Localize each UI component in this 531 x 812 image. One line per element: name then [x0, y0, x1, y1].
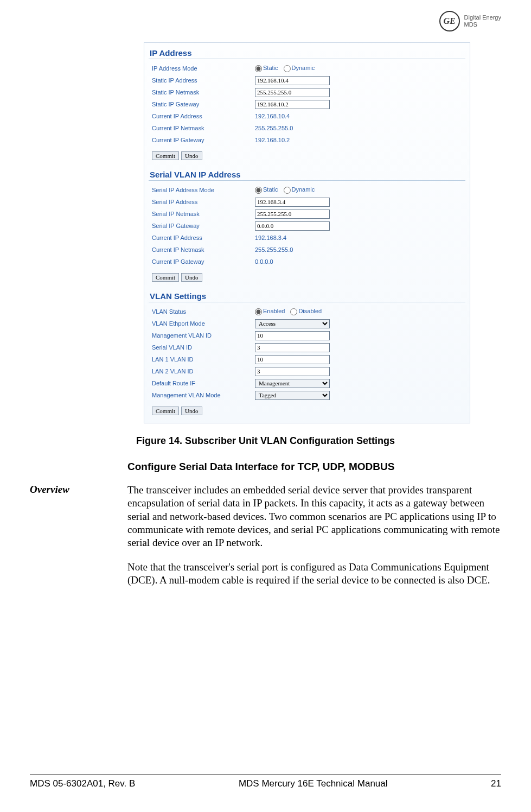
static-value: 0.0.0.0 — [255, 258, 273, 265]
config-row: Serial IP Gateway — [149, 220, 465, 232]
ge-logo-icon: GE — [439, 11, 460, 31]
brand-line2: MDS — [464, 21, 501, 28]
field-label: Serial IP Gateway — [152, 223, 255, 229]
footer-center: MDS Mercury 16E Technical Manual — [239, 778, 388, 789]
config-row: Serial IP Netmask — [149, 208, 465, 220]
config-row: Current IP Netmask255.255.255.0 — [149, 122, 465, 134]
static-value: 255.255.255.0 — [255, 125, 293, 131]
panel-title: Serial VLAN IP Address — [149, 168, 465, 180]
field-label: IP Address Mode — [152, 65, 255, 72]
paragraph-2: Note that the transceiver's serial port … — [127, 561, 501, 587]
radio-disabled[interactable] — [290, 308, 297, 315]
text-input[interactable] — [255, 198, 330, 207]
config-row: Current IP Address192.168.10.4 — [149, 110, 465, 122]
config-row: VLAN StatusEnabledDisabled — [149, 306, 465, 318]
config-row: Current IP Address192.168.3.4 — [149, 232, 465, 244]
field-label: Serial IP Netmask — [152, 211, 255, 217]
field-label: Current IP Netmask — [152, 246, 255, 253]
radio-label: Static — [263, 186, 278, 193]
static-value: 192.168.10.4 — [255, 113, 290, 119]
field-label: Management VLAN ID — [152, 332, 255, 339]
field-label: Current IP Address — [152, 113, 255, 119]
select-input[interactable]: Tagged — [255, 391, 330, 400]
text-input[interactable] — [255, 88, 330, 97]
field-label: Current IP Gateway — [152, 258, 255, 265]
commit-button[interactable]: Commit — [152, 151, 179, 160]
text-input[interactable] — [255, 76, 330, 85]
static-value: 255.255.255.0 — [255, 246, 293, 253]
field-label: Current IP Netmask — [152, 125, 255, 131]
figure-caption: Figure 14. Subscriber Unit VLAN Configur… — [30, 435, 501, 447]
radio-static[interactable] — [255, 65, 262, 72]
config-row: Static IP Gateway — [149, 98, 465, 110]
brand-text: Digital Energy MDS — [464, 14, 501, 28]
body-text: The transceiver includes an embedded ser… — [127, 484, 501, 598]
config-row: Current IP Gateway0.0.0.0 — [149, 256, 465, 268]
field-label: Static IP Gateway — [152, 101, 255, 107]
text-input[interactable] — [255, 210, 330, 219]
radio-label: Dynamic — [292, 65, 315, 71]
radio-label: Dynamic — [292, 186, 315, 193]
config-row: Serial IP Address — [149, 196, 465, 208]
field-label: LAN 2 VLAN ID — [152, 368, 255, 375]
config-row: IP Address ModeStaticDynamic — [149, 62, 465, 74]
commit-button[interactable]: Commit — [152, 407, 179, 415]
text-input[interactable] — [255, 100, 330, 109]
text-input[interactable] — [255, 221, 330, 231]
page-footer: MDS 05-6302A01, Rev. B MDS Mercury 16E T… — [30, 775, 501, 789]
config-row: VLAN Ethport ModeAccess — [149, 318, 465, 329]
field-label: Default Route IF — [152, 380, 255, 386]
panel-title: IP Address — [149, 46, 465, 59]
config-row: Serial VLAN ID — [149, 341, 465, 353]
config-row: Default Route IFManagement — [149, 377, 465, 389]
config-row: Static IP Address — [149, 74, 465, 86]
field-label: LAN 1 VLAN ID — [152, 356, 255, 363]
radio-label: Static — [263, 65, 278, 71]
radio-label: Enabled — [263, 308, 285, 314]
brand-line1: Digital Energy — [464, 14, 501, 21]
footer-right: 21 — [491, 778, 501, 789]
paragraph-1: The transceiver includes an embedded ser… — [127, 484, 501, 550]
commit-button[interactable]: Commit — [152, 273, 179, 282]
field-label: Management VLAN Mode — [152, 392, 255, 398]
undo-button[interactable]: Undo — [181, 407, 202, 415]
radio-static[interactable] — [255, 187, 262, 194]
field-label: Current IP Address — [152, 234, 255, 241]
field-label: Serial VLAN ID — [152, 344, 255, 351]
radio-label: Disabled — [298, 308, 322, 314]
select-input[interactable]: Access — [255, 319, 330, 328]
field-label: Serial IP Address — [152, 199, 255, 205]
static-value: 192.168.3.4 — [255, 234, 286, 241]
config-row: LAN 1 VLAN ID — [149, 353, 465, 365]
field-label: VLAN Ethport Mode — [152, 320, 255, 327]
config-row: Current IP Gateway192.168.10.2 — [149, 134, 465, 146]
text-input[interactable] — [255, 355, 330, 364]
text-input[interactable] — [255, 331, 330, 340]
page-header: GE Digital Energy MDS — [30, 11, 501, 31]
config-screenshot: IP AddressIP Address ModeStaticDynamicSt… — [144, 42, 470, 423]
config-row: Static IP Netmask — [149, 86, 465, 98]
text-input[interactable] — [255, 367, 330, 376]
config-row: Management VLAN ID — [149, 329, 465, 341]
text-input[interactable] — [255, 343, 330, 352]
radio-dynamic[interactable] — [284, 65, 291, 72]
config-row: Serial IP Address ModeStaticDynamic — [149, 184, 465, 196]
radio-dynamic[interactable] — [284, 187, 291, 194]
undo-button[interactable]: Undo — [181, 273, 202, 282]
panel-title: VLAN Settings — [149, 289, 465, 302]
radio-enabled[interactable] — [255, 308, 262, 315]
field-label: Serial IP Address Mode — [152, 187, 255, 193]
config-row: LAN 2 VLAN ID — [149, 365, 465, 377]
margin-label-overview: Overview — [30, 484, 116, 598]
field-label: VLAN Status — [152, 308, 255, 315]
field-label: Static IP Netmask — [152, 89, 255, 96]
select-input[interactable]: Management — [255, 379, 330, 388]
config-row: Management VLAN ModeTagged — [149, 389, 465, 401]
undo-button[interactable]: Undo — [181, 151, 202, 160]
field-label: Current IP Gateway — [152, 137, 255, 143]
field-label: Static IP Address — [152, 77, 255, 84]
footer-left: MDS 05-6302A01, Rev. B — [30, 778, 135, 789]
section-heading: Configure Serial Data Interface for TCP,… — [127, 461, 501, 473]
static-value: 192.168.10.2 — [255, 137, 290, 143]
config-row: Current IP Netmask255.255.255.0 — [149, 244, 465, 256]
